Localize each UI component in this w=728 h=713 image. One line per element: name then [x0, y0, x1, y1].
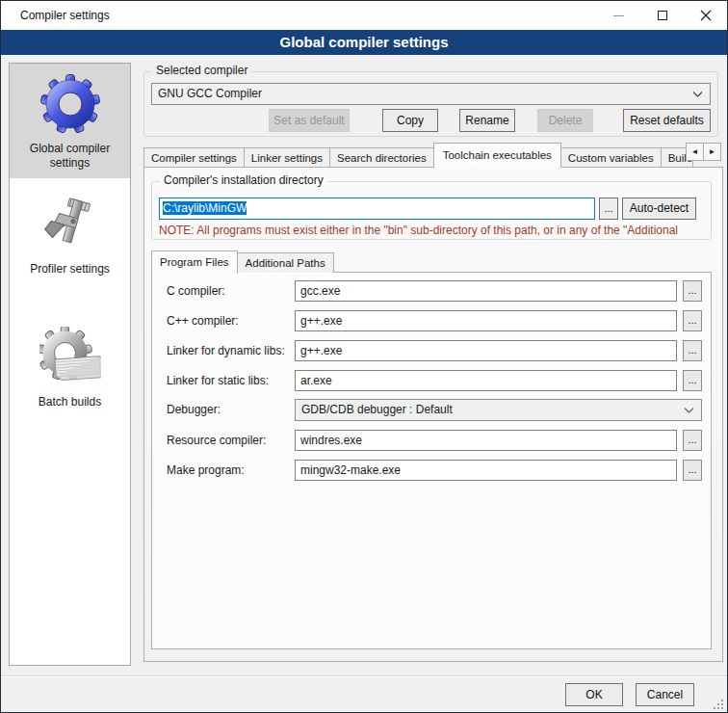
close-icon: [700, 10, 712, 21]
make-program-input[interactable]: mingw32-make.exe: [295, 460, 677, 481]
cpp-compiler-input[interactable]: g++.exe: [295, 310, 677, 331]
field-row-make-program: Make program: mingw32-make.exe ...: [151, 460, 712, 484]
close-button[interactable]: [684, 1, 727, 30]
c-compiler-browse-button[interactable]: ...: [683, 280, 702, 302]
static-linker-input[interactable]: ar.exe: [295, 370, 677, 391]
sidebar-item-label: Profiler settings: [13, 262, 126, 277]
subtab-program-files[interactable]: Program Files: [151, 251, 238, 274]
maximize-icon: [658, 11, 667, 20]
compiler-select[interactable]: GNU GCC Compiler: [151, 83, 711, 105]
field-row-debugger: Debugger: GDB/CDB debugger : Default: [151, 399, 712, 423]
maximize-button[interactable]: [640, 1, 684, 30]
auto-detect-button[interactable]: Auto-detect: [622, 198, 696, 220]
tab-scroll-arrows: ◄ ►: [687, 143, 721, 161]
sidebar-item-global-compiler-settings[interactable]: Global compiler settings: [10, 64, 130, 178]
installation-dir-input[interactable]: C:\raylib\MinGW: [159, 198, 595, 220]
chevron-down-icon: [692, 92, 703, 97]
field-label: Linker for static libs:: [167, 374, 269, 387]
sidebar-item-batch-builds[interactable]: Batch builds: [10, 317, 130, 417]
scroll-right-icon: ►: [709, 147, 716, 156]
field-row-resource-compiler: Resource compiler: windres.exe ...: [151, 430, 712, 454]
field-label: C++ compiler:: [167, 314, 239, 328]
toolchain-subtabs: Program Files Additional Paths: [151, 250, 333, 273]
subtab-additional-paths[interactable]: Additional Paths: [237, 252, 334, 273]
caliper-icon: [39, 194, 101, 255]
sidebar-item-label: Batch builds: [13, 395, 126, 409]
ok-button[interactable]: OK: [565, 683, 623, 706]
compiler-select-value: GNU GCC Compiler: [158, 87, 262, 100]
rename-button[interactable]: Rename: [459, 109, 515, 132]
compiler-tabs: Compiler settings Linker settings Search…: [143, 142, 723, 168]
debugger-select-value: GDB/CDB debugger : Default: [301, 403, 453, 416]
make-program-browse-button[interactable]: ...: [683, 460, 702, 481]
field-row-static-linker: Linker for static libs: ar.exe ...: [151, 370, 712, 394]
tab-compiler-settings[interactable]: Compiler settings: [143, 147, 245, 168]
scroll-left-icon: ◄: [691, 147, 699, 156]
dynamic-linker-input[interactable]: g++.exe: [295, 340, 677, 361]
cpp-compiler-browse-button[interactable]: ...: [683, 310, 702, 331]
window-controls: [597, 1, 727, 30]
resize-grip[interactable]: [713, 699, 724, 710]
minimize-button[interactable]: [597, 1, 640, 30]
field-row-dynamic-linker: Linker for dynamic libs: g++.exe ...: [151, 340, 712, 364]
tab-search-directories[interactable]: Search directories: [329, 147, 434, 168]
tab-scroll-left-button[interactable]: ◄: [686, 143, 704, 161]
field-label: Resource compiler:: [167, 434, 266, 447]
resource-compiler-browse-button[interactable]: ...: [683, 430, 702, 451]
copy-button[interactable]: Copy: [382, 109, 438, 132]
page-title: Global compiler settings: [1, 30, 727, 55]
installation-dir-group-label: Compiler's installation directory: [160, 173, 327, 187]
tab-linker-settings[interactable]: Linker settings: [244, 147, 330, 168]
window-title: Compiler settings: [20, 9, 110, 22]
tab-custom-variables[interactable]: Custom variables: [560, 147, 662, 168]
field-label: Make program:: [167, 463, 245, 477]
c-compiler-input[interactable]: gcc.exe: [295, 280, 677, 302]
minimize-icon: [613, 15, 624, 16]
reset-defaults-button[interactable]: Reset defaults: [623, 109, 711, 132]
field-label: Linker for dynamic libs:: [167, 344, 285, 357]
set-as-default-button[interactable]: Set as default: [269, 109, 350, 132]
delete-button[interactable]: Delete: [537, 109, 593, 132]
sidebar-item-profiler-settings[interactable]: Profiler settings: [10, 184, 130, 284]
gear-stack-icon: [39, 327, 101, 388]
field-row-cpp-compiler: C++ compiler: g++.exe ...: [151, 310, 712, 334]
dynamic-linker-browse-button[interactable]: ...: [683, 340, 702, 361]
resource-compiler-input[interactable]: windres.exe: [295, 430, 677, 451]
tab-toolchain-executables[interactable]: Toolchain executables: [433, 143, 561, 168]
static-linker-browse-button[interactable]: ...: [683, 370, 702, 391]
gear-blue-icon: [39, 73, 101, 135]
installation-dir-selected-text: C:\raylib\MinGW: [163, 201, 247, 215]
tab-scroll-right-button[interactable]: ►: [703, 143, 721, 161]
titlebar[interactable]: Compiler settings: [1, 1, 727, 30]
debugger-select[interactable]: GDB/CDB debugger : Default: [295, 399, 702, 421]
cancel-button[interactable]: Cancel: [636, 683, 694, 706]
note-text: NOTE: All programs must exist either in …: [159, 224, 710, 237]
sidebar-item-label: Global compiler settings: [13, 142, 126, 171]
field-label: C compiler:: [167, 284, 225, 298]
footer-separator: [1, 675, 727, 677]
selected-compiler-group-label: Selected compiler: [152, 64, 251, 77]
installation-dir-browse-button[interactable]: ...: [599, 198, 618, 220]
compiler-settings-dialog: Compiler settings Global compiler settin…: [0, 0, 728, 713]
field-row-c-compiler: C compiler: gcc.exe ...: [151, 280, 712, 304]
field-label: Debugger:: [167, 403, 221, 416]
sidebar: Global compiler settings Profiler: [9, 63, 131, 666]
chevron-down-icon: [684, 408, 694, 413]
